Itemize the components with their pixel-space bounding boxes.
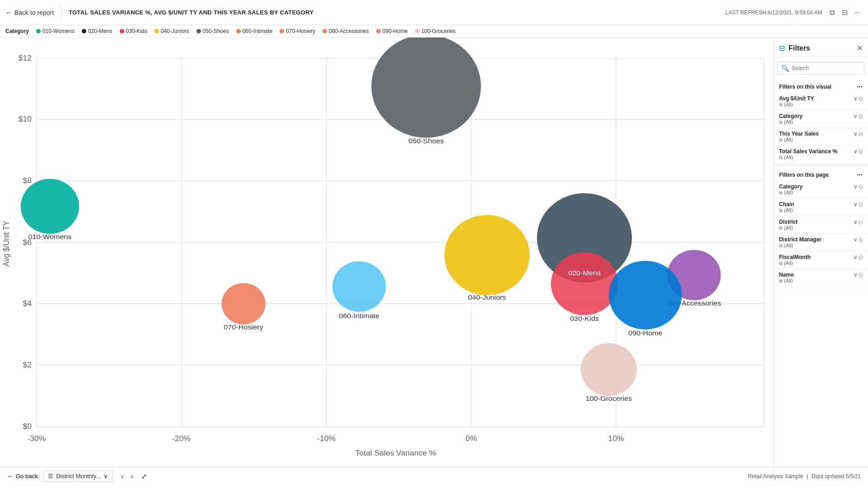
nav-prev-button[interactable]: ‹ xyxy=(118,471,126,481)
legend-item-shoes[interactable]: 050-Shoes xyxy=(196,28,229,34)
bubble-womens[interactable] xyxy=(21,179,79,234)
search-icon: 🔍 xyxy=(781,65,789,72)
collapse-icon-chain[interactable]: ∨ xyxy=(854,201,858,207)
clear-icon-name[interactable]: ◇ xyxy=(859,272,863,278)
go-back-button[interactable]: ← Go back xyxy=(7,473,37,480)
close-filters-button[interactable]: ✕ xyxy=(857,44,863,52)
filter-search-box[interactable]: 🔍 xyxy=(777,62,864,75)
filter-actions-this-year-sales: ∨ ◇ xyxy=(854,131,863,137)
search-input[interactable] xyxy=(792,65,860,71)
svg-text:030-Kids: 030-Kids xyxy=(570,315,599,322)
filters-title-group: ⊟ Filters xyxy=(779,44,810,52)
filter-actions-tsv: ∨ ◇ xyxy=(854,148,863,155)
page-filters-more[interactable]: ··· xyxy=(857,171,863,179)
clear-icon-pcat[interactable]: ◇ xyxy=(859,183,863,190)
collapse-icon-name[interactable]: ∨ xyxy=(854,272,858,278)
chart-container[interactable]: $0 $2 $4 $6 $8 $10 $12 -30% -20% -10% 0%… xyxy=(0,38,773,467)
filter-actions-avg-unit-ty: ∨ ◇ xyxy=(854,95,863,102)
filter-district-manager[interactable]: District Manager is (All) ∨ ◇ xyxy=(774,234,868,251)
legend-item-accessories[interactable]: 080-Accessories xyxy=(322,28,369,34)
clear-icon-fm[interactable]: ◇ xyxy=(859,254,863,260)
filter-district[interactable]: District is (All) ∨ ◇ xyxy=(774,216,868,234)
visual-filters-more[interactable]: ··· xyxy=(857,83,863,91)
back-to-report-button[interactable]: ← Back to report xyxy=(5,9,54,17)
legend-item-intimate[interactable]: 060-Intimate xyxy=(236,28,273,34)
filter-value-page-category: is (All) xyxy=(779,190,803,195)
bubble-kids[interactable] xyxy=(551,252,618,315)
clear-icon-district[interactable]: ◇ xyxy=(859,219,863,225)
legend-item-juniors[interactable]: 040-Juniors xyxy=(154,28,189,34)
svg-text:10%: 10% xyxy=(608,434,624,442)
more-options-button[interactable]: ··· xyxy=(853,6,863,19)
collapse-icon-tys[interactable]: ∨ xyxy=(854,131,858,137)
filter-category-visual[interactable]: Category is (All) ∨ ◇ xyxy=(774,110,868,128)
bottom-left: ← Go back ☰ District Monthly... ∨ ‹ › ⤢ xyxy=(7,470,147,482)
legend-item-kids[interactable]: 030-Kids xyxy=(120,28,147,34)
collapse-icon-district[interactable]: ∨ xyxy=(854,219,858,225)
page-tab[interactable]: ☰ District Monthly... ∨ xyxy=(43,470,113,482)
legend-item-groceries[interactable]: 100-Groceries xyxy=(415,28,456,34)
collapse-icon-dm[interactable]: ∨ xyxy=(854,236,858,243)
last-refresh-label: LAST REFRESH:6/12/2021, 9:59:04 AM xyxy=(725,9,822,16)
bubble-shoes[interactable] xyxy=(371,38,481,138)
visual-filters-label: Filters on this visual xyxy=(779,84,831,90)
nav-next-button[interactable]: › xyxy=(128,471,135,481)
clear-icon-chain[interactable]: ◇ xyxy=(859,201,863,207)
bubble-home[interactable] xyxy=(609,261,682,329)
collapse-icon-pcat[interactable]: ∨ xyxy=(854,183,858,190)
filter-name-text: Name is (All) xyxy=(779,272,794,283)
filter-icon-button[interactable]: ⊟ xyxy=(840,6,849,19)
legend-item-home[interactable]: 090-Home xyxy=(376,28,408,34)
clear-icon-cat[interactable]: ◇ xyxy=(859,113,863,119)
filter-avg-unit-ty-text: Avg $/Unit TY is (All) xyxy=(779,95,814,107)
svg-text:060-Intimate: 060-Intimate xyxy=(339,312,379,319)
legend-label-groceries: 100-Groceries xyxy=(421,28,456,34)
page-tab-label: District Monthly... xyxy=(56,473,101,480)
clear-icon-dm[interactable]: ◇ xyxy=(859,236,863,243)
legend-label-home: 090-Home xyxy=(383,28,408,34)
filter-value-avg-unit-ty: is (All) xyxy=(779,102,814,107)
filter-this-year-sales[interactable]: This Year Sales is (All) ∨ ◇ xyxy=(774,128,868,146)
filter-name-district-manager: District Manager xyxy=(779,236,821,243)
bottom-right: Retail Analysis Sample | Data updated 5/… xyxy=(748,473,861,480)
collapse-icon-cat[interactable]: ∨ xyxy=(854,113,858,119)
legend-label-mens: 020-Mens xyxy=(88,28,112,34)
bubble-intimate[interactable] xyxy=(332,261,386,311)
legend-label-womens: 010-Womens xyxy=(42,28,75,34)
filter-district-manager-text: District Manager is (All) xyxy=(779,236,821,248)
collapse-icon-tsv[interactable]: ∨ xyxy=(854,148,858,155)
bubble-groceries[interactable] xyxy=(581,343,637,396)
legend-bar: Category 010-Womens 020-Mens 030-Kids 04… xyxy=(0,25,868,38)
bubble-hosiery[interactable] xyxy=(222,283,266,324)
legend-category-label: Category xyxy=(5,28,29,34)
clear-icon[interactable]: ◇ xyxy=(859,95,863,102)
visual-filters-header: Filters on this visual ··· xyxy=(774,79,868,93)
legend-dot-womens xyxy=(36,29,41,33)
legend-dot-intimate xyxy=(236,29,241,33)
filter-page-category[interactable]: Category is (All) ∨ ◇ xyxy=(774,181,868,198)
filter-actions-chain: ∨ ◇ xyxy=(854,201,863,207)
legend-dot-groceries xyxy=(415,29,420,33)
legend-item-womens[interactable]: 010-Womens xyxy=(36,28,75,34)
collapse-icon[interactable]: ∨ xyxy=(854,95,858,102)
svg-text:050-Shoes: 050-Shoes xyxy=(409,137,444,145)
clear-icon-tsv[interactable]: ◇ xyxy=(859,148,863,155)
filter-actions-district: ∨ ◇ xyxy=(854,219,863,225)
filter-avg-unit-ty[interactable]: Avg $/Unit TY is (All) ∨ ◇ xyxy=(774,93,868,110)
legend-item-mens[interactable]: 020-Mens xyxy=(82,28,112,34)
collapse-icon-fm[interactable]: ∨ xyxy=(854,254,858,260)
legend-item-hosiery[interactable]: 070-Hosiery xyxy=(280,28,315,34)
filter-fiscal-month[interactable]: FiscalMonth is (All) ∨ ◇ xyxy=(774,251,868,269)
filter-chain[interactable]: Chain is (All) ∨ ◇ xyxy=(774,198,868,216)
legend-label-intimate: 060-Intimate xyxy=(243,28,273,34)
bubble-juniors[interactable] xyxy=(444,215,530,295)
filter-name-fiscal-month: FiscalMonth xyxy=(779,254,811,260)
filter-total-sales-variance[interactable]: Total Sales Variance % is (All) ∨ ◇ xyxy=(774,146,868,163)
filter-value-district: is (All) xyxy=(779,225,798,230)
clear-icon-tys[interactable]: ◇ xyxy=(859,131,863,137)
copy-icon-button[interactable]: ⧉ xyxy=(828,6,836,19)
expand-button[interactable]: ⤢ xyxy=(141,473,147,480)
back-arrow-icon: ← xyxy=(5,9,13,17)
filter-name[interactable]: Name is (All) ∨ ◇ xyxy=(774,269,868,287)
filter-name-page-category: Category xyxy=(779,183,803,190)
